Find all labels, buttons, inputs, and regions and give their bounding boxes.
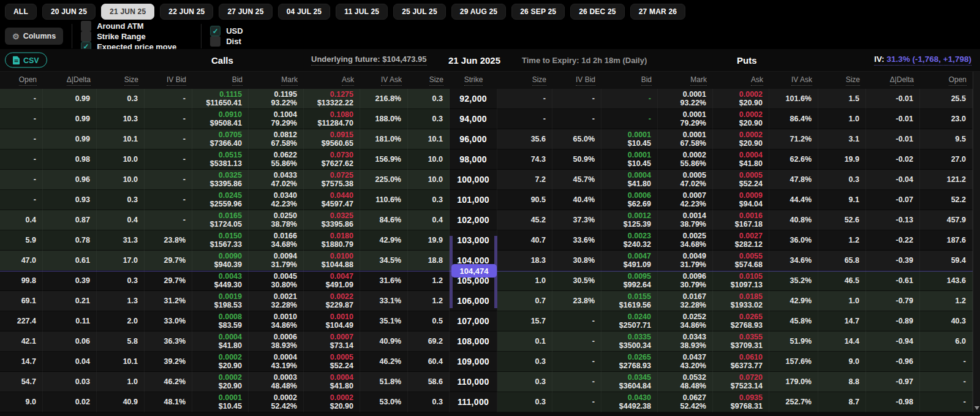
- csv-export-button[interactable]: CSV: [5, 53, 47, 68]
- put-mark-cell[interactable]: 0.001438.79%: [658, 210, 713, 230]
- put-mark-cell[interactable]: 0.062752.42%: [658, 392, 713, 412]
- columns-button[interactable]: ⚙ Columns: [5, 28, 63, 45]
- checkbox-dist[interactable]: Dist: [210, 36, 243, 47]
- expiry-tab-27-mar-26[interactable]: 27 MAR 26: [630, 4, 686, 20]
- call-bid-cell[interactable]: 0.0910$9508.41: [192, 109, 249, 129]
- call-ask-cell[interactable]: 0.1275$13322.22: [304, 89, 360, 109]
- put-ask-cell[interactable]: 0.0185$1933.02: [713, 291, 769, 311]
- call-ask-cell[interactable]: 0.0730$7627.62: [304, 149, 360, 170]
- column-header-ask[interactable]: Ask: [342, 75, 354, 86]
- call-ask-cell[interactable]: 0.0915$9560.65: [304, 129, 360, 149]
- column-header-bid[interactable]: Bid: [232, 75, 243, 86]
- checkbox-strike-range[interactable]: Strike Range: [81, 31, 176, 42]
- put-ask-cell[interactable]: 0.0935$9768.31: [713, 392, 769, 412]
- put-ask-cell[interactable]: 0.0265$2768.93: [713, 311, 769, 331]
- call-mark-cell[interactable]: 0.034042.23%: [249, 190, 304, 210]
- expiry-tab-26-dec-25[interactable]: 26 DEC 25: [570, 4, 625, 20]
- call-ask-cell[interactable]: 0.0005$52.24: [304, 352, 360, 372]
- put-mark-cell[interactable]: 0.000255.86%: [658, 149, 713, 170]
- column-header-iv-ask[interactable]: IV Ask: [791, 75, 812, 86]
- column-header-open[interactable]: Open: [949, 75, 967, 86]
- put-bid-cell[interactable]: 0.0004$41.80: [601, 170, 658, 190]
- expiry-tab-26-sep-25[interactable]: 26 SEP 25: [511, 4, 565, 20]
- put-mark-cell[interactable]: 0.000179.29%: [658, 109, 713, 129]
- scroll-down-icon[interactable]: [974, 406, 979, 410]
- put-bid-cell[interactable]: 0.0155$1619.56: [601, 291, 658, 311]
- underlying-future-price[interactable]: Underlying future: $104,473.95: [311, 55, 427, 66]
- put-mark-cell[interactable]: 0.004931.79%: [658, 251, 713, 271]
- put-bid-cell[interactable]: 0.0012$125.39: [601, 210, 658, 230]
- column-header-size[interactable]: Size: [846, 75, 860, 86]
- call-bid-cell[interactable]: 0.0004$41.80: [192, 331, 249, 352]
- put-mark-cell[interactable]: 0.002534.68%: [658, 230, 713, 251]
- put-ask-cell[interactable]: 0.0004$41.80: [713, 149, 769, 170]
- column-header-iv-bid[interactable]: IV Bid: [167, 75, 186, 86]
- call-ask-cell[interactable]: 0.0022$229.87: [304, 291, 360, 311]
- column-header-bid[interactable]: Bid: [641, 75, 652, 86]
- column-header-ask[interactable]: Ask: [751, 75, 763, 86]
- put-mark-cell[interactable]: 0.053248.48%: [658, 372, 713, 392]
- column-header-iv-bid[interactable]: IV Bid: [576, 75, 595, 86]
- put-bid-cell[interactable]: 0.0345$3604.84: [601, 372, 658, 392]
- put-bid-cell[interactable]: 0.0240$2507.71: [601, 311, 658, 331]
- put-bid-cell[interactable]: 0.0335$3500.34: [601, 331, 658, 352]
- expiry-tab-25-jul-25[interactable]: 25 JUL 25: [393, 4, 446, 20]
- call-bid-cell[interactable]: 0.1115$11650.41: [192, 89, 249, 109]
- put-mark-cell[interactable]: 0.009630.79%: [658, 271, 713, 291]
- call-ask-cell[interactable]: 0.1080$11284.70: [304, 109, 360, 129]
- put-mark-cell[interactable]: 0.034338.93%: [658, 331, 713, 352]
- put-ask-cell[interactable]: 0.0002$20.90: [713, 89, 769, 109]
- put-mark-cell[interactable]: 0.000193.22%: [658, 89, 713, 109]
- column-header-size[interactable]: Size: [429, 75, 443, 86]
- column-header-mark[interactable]: Mark: [281, 75, 298, 86]
- put-bid-cell[interactable]: 0.0001$10.45: [601, 129, 658, 149]
- call-bid-cell[interactable]: 0.0705$7366.40: [192, 129, 249, 149]
- put-bid-cell[interactable]: -: [601, 109, 658, 129]
- put-mark-cell[interactable]: 0.016732.28%: [658, 291, 713, 311]
- call-bid-cell[interactable]: 0.0043$449.30: [192, 271, 249, 291]
- call-bid-cell[interactable]: 0.0515$5381.13: [192, 149, 249, 170]
- call-bid-cell[interactable]: 0.0002$20.90: [192, 372, 249, 392]
- call-bid-cell[interactable]: 0.0150$1567.33: [192, 230, 249, 251]
- checkbox-around-atm[interactable]: Around ATM: [81, 21, 176, 31]
- put-ask-cell[interactable]: 0.0002$20.90: [713, 129, 769, 149]
- put-ask-cell[interactable]: 0.0016$167.18: [713, 210, 769, 230]
- column-header-open[interactable]: Open: [19, 75, 37, 86]
- put-mark-cell[interactable]: 0.025234.86%: [658, 311, 713, 331]
- call-ask-cell[interactable]: 0.0047$491.09: [304, 271, 360, 291]
- put-ask-cell[interactable]: 0.0355$3709.31: [713, 331, 769, 352]
- call-mark-cell[interactable]: 0.062255.86%: [249, 149, 304, 170]
- call-bid-cell[interactable]: 0.0325$3395.86: [192, 170, 249, 190]
- call-ask-cell[interactable]: 0.0007$73.14: [304, 331, 360, 352]
- atm-iv-value[interactable]: IV: 31.3% (-1,768, +1,798): [874, 55, 971, 66]
- put-ask-cell[interactable]: 0.0009$94.04: [713, 190, 769, 210]
- column-header-size[interactable]: Size: [532, 75, 546, 86]
- expiry-tab-all[interactable]: ALL: [5, 4, 37, 20]
- call-mark-cell[interactable]: 0.000443.19%: [249, 352, 304, 372]
- call-ask-cell[interactable]: 0.0325$3395.86: [304, 210, 360, 230]
- expiry-tab-04-jul-25[interactable]: 04 JUL 25: [278, 4, 331, 20]
- put-mark-cell[interactable]: 0.043743.20%: [658, 352, 713, 372]
- column-header--delta[interactable]: Δ|Delta: [890, 75, 914, 86]
- call-ask-cell[interactable]: 0.0725$7575.38: [304, 170, 360, 190]
- call-mark-cell[interactable]: 0.001034.86%: [249, 311, 304, 331]
- put-bid-cell[interactable]: 0.0265$2768.93: [601, 352, 658, 372]
- put-bid-cell[interactable]: 0.0023$240.32: [601, 230, 658, 251]
- call-ask-cell[interactable]: 0.0010$104.49: [304, 311, 360, 331]
- column-header-mark[interactable]: Mark: [690, 75, 707, 86]
- call-mark-cell[interactable]: 0.119593.22%: [249, 89, 304, 109]
- call-bid-cell[interactable]: 0.0090$940.39: [192, 251, 249, 271]
- call-ask-cell[interactable]: 0.0004$41.80: [304, 372, 360, 392]
- call-bid-cell[interactable]: 0.0001$10.45: [192, 392, 249, 412]
- call-bid-cell[interactable]: 0.0245$2559.96: [192, 190, 249, 210]
- call-bid-cell[interactable]: 0.0165$1724.05: [192, 210, 249, 230]
- call-mark-cell[interactable]: 0.009431.79%: [249, 251, 304, 271]
- column-header--delta[interactable]: Δ|Delta: [67, 75, 91, 86]
- call-ask-cell[interactable]: 0.0440$4597.47: [304, 190, 360, 210]
- put-ask-cell[interactable]: 0.0720$7523.14: [713, 372, 769, 392]
- expiry-tab-11-jul-25[interactable]: 11 JUL 25: [336, 4, 388, 20]
- put-mark-cell[interactable]: 0.000167.58%: [658, 129, 713, 149]
- column-header-iv-ask[interactable]: IV Ask: [381, 75, 402, 86]
- call-mark-cell[interactable]: 0.043347.02%: [249, 170, 304, 190]
- call-mark-cell[interactable]: 0.000638.93%: [249, 331, 304, 352]
